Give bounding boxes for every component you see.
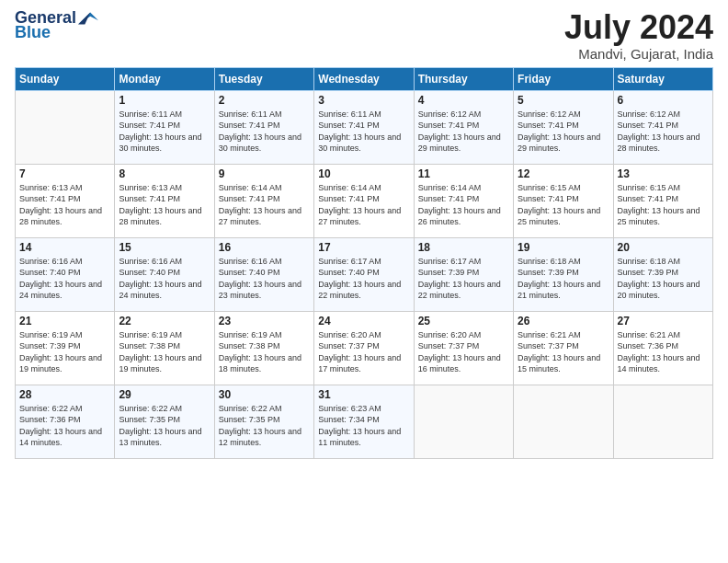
day-cell: 1Sunrise: 6:11 AMSunset: 7:41 PMDaylight… xyxy=(115,90,214,164)
cell-info: Sunrise: 6:20 AMSunset: 7:37 PMDaylight:… xyxy=(318,329,409,375)
day-number: 13 xyxy=(618,167,709,180)
day-cell: 31Sunrise: 6:23 AMSunset: 7:34 PMDayligh… xyxy=(314,385,414,458)
cell-info: Sunrise: 6:17 AMSunset: 7:39 PMDaylight:… xyxy=(418,256,509,302)
day-cell: 14Sunrise: 6:16 AMSunset: 7:40 PMDayligh… xyxy=(16,237,115,311)
day-cell: 6Sunrise: 6:12 AMSunset: 7:41 PMDaylight… xyxy=(613,90,712,164)
title-location: Mandvi, Gujarat, India xyxy=(564,46,713,62)
cell-info: Sunrise: 6:13 AMSunset: 7:41 PMDaylight:… xyxy=(19,182,110,228)
cell-info: Sunrise: 6:16 AMSunset: 7:40 PMDaylight:… xyxy=(19,256,110,302)
page: General Blue July 2024 Mandvi, Gujarat, … xyxy=(0,0,728,563)
day-cell: 3Sunrise: 6:11 AMSunset: 7:41 PMDaylight… xyxy=(314,90,414,164)
cell-info: Sunrise: 6:14 AMSunset: 7:41 PMDaylight:… xyxy=(418,182,509,228)
cell-info: Sunrise: 6:11 AMSunset: 7:41 PMDaylight:… xyxy=(219,109,310,155)
cell-info: Sunrise: 6:13 AMSunset: 7:41 PMDaylight:… xyxy=(119,182,210,228)
day-cell: 15Sunrise: 6:16 AMSunset: 7:40 PMDayligh… xyxy=(115,237,214,311)
day-number: 12 xyxy=(518,167,609,180)
cell-info: Sunrise: 6:21 AMSunset: 7:37 PMDaylight:… xyxy=(518,329,609,375)
day-number: 11 xyxy=(418,167,509,180)
day-number: 3 xyxy=(318,94,409,107)
cell-info: Sunrise: 6:17 AMSunset: 7:40 PMDaylight:… xyxy=(318,256,409,302)
day-number: 30 xyxy=(219,388,310,401)
cell-info: Sunrise: 6:22 AMSunset: 7:35 PMDaylight:… xyxy=(219,403,310,449)
week-row-0: 1Sunrise: 6:11 AMSunset: 7:41 PMDaylight… xyxy=(16,90,713,164)
cell-info: Sunrise: 6:11 AMSunset: 7:41 PMDaylight:… xyxy=(318,109,409,155)
day-number: 21 xyxy=(19,315,110,327)
cell-info: Sunrise: 6:18 AMSunset: 7:39 PMDaylight:… xyxy=(518,256,609,302)
day-cell: 5Sunrise: 6:12 AMSunset: 7:41 PMDaylight… xyxy=(514,90,613,164)
title-block: July 2024 Mandvi, Gujarat, India xyxy=(564,9,713,62)
day-cell: 28Sunrise: 6:22 AMSunset: 7:36 PMDayligh… xyxy=(16,385,115,458)
day-number: 18 xyxy=(418,241,509,254)
cell-info: Sunrise: 6:19 AMSunset: 7:38 PMDaylight:… xyxy=(119,329,210,375)
day-number: 7 xyxy=(19,167,110,180)
cell-info: Sunrise: 6:21 AMSunset: 7:36 PMDaylight:… xyxy=(618,329,709,375)
day-cell: 27Sunrise: 6:21 AMSunset: 7:36 PMDayligh… xyxy=(613,311,712,385)
day-cell xyxy=(414,385,513,458)
day-number: 16 xyxy=(219,241,310,254)
cell-info: Sunrise: 6:23 AMSunset: 7:34 PMDaylight:… xyxy=(318,403,409,449)
day-cell xyxy=(16,90,115,164)
day-cell: 19Sunrise: 6:18 AMSunset: 7:39 PMDayligh… xyxy=(514,237,613,311)
day-cell: 18Sunrise: 6:17 AMSunset: 7:39 PMDayligh… xyxy=(414,237,513,311)
logo: General Blue xyxy=(15,9,98,42)
week-row-3: 21Sunrise: 6:19 AMSunset: 7:39 PMDayligh… xyxy=(16,311,713,385)
day-number: 2 xyxy=(219,94,310,107)
header: General Blue July 2024 Mandvi, Gujarat, … xyxy=(15,9,713,62)
cell-info: Sunrise: 6:19 AMSunset: 7:38 PMDaylight:… xyxy=(219,329,310,375)
logo-icon xyxy=(78,12,98,25)
day-cell: 26Sunrise: 6:21 AMSunset: 7:37 PMDayligh… xyxy=(514,311,613,385)
day-cell: 7Sunrise: 6:13 AMSunset: 7:41 PMDaylight… xyxy=(16,164,115,237)
logo-blue: Blue xyxy=(15,24,51,42)
day-cell: 10Sunrise: 6:14 AMSunset: 7:41 PMDayligh… xyxy=(314,164,414,237)
day-cell: 30Sunrise: 6:22 AMSunset: 7:35 PMDayligh… xyxy=(214,385,313,458)
day-cell: 8Sunrise: 6:13 AMSunset: 7:41 PMDaylight… xyxy=(115,164,214,237)
day-cell: 20Sunrise: 6:18 AMSunset: 7:39 PMDayligh… xyxy=(613,237,712,311)
week-row-1: 7Sunrise: 6:13 AMSunset: 7:41 PMDaylight… xyxy=(16,164,713,237)
cell-info: Sunrise: 6:14 AMSunset: 7:41 PMDaylight:… xyxy=(219,182,310,228)
cell-info: Sunrise: 6:12 AMSunset: 7:41 PMDaylight:… xyxy=(618,109,709,155)
day-cell: 17Sunrise: 6:17 AMSunset: 7:40 PMDayligh… xyxy=(314,237,414,311)
header-saturday: Saturday xyxy=(613,67,712,90)
header-thursday: Thursday xyxy=(414,67,513,90)
header-tuesday: Tuesday xyxy=(214,67,313,90)
day-cell: 23Sunrise: 6:19 AMSunset: 7:38 PMDayligh… xyxy=(214,311,313,385)
title-month: July 2024 xyxy=(564,9,713,46)
cell-info: Sunrise: 6:22 AMSunset: 7:35 PMDaylight:… xyxy=(119,403,210,449)
cell-info: Sunrise: 6:18 AMSunset: 7:39 PMDaylight:… xyxy=(618,256,709,302)
header-monday: Monday xyxy=(115,67,214,90)
day-cell: 13Sunrise: 6:15 AMSunset: 7:41 PMDayligh… xyxy=(613,164,712,237)
header-wednesday: Wednesday xyxy=(314,67,414,90)
day-cell: 4Sunrise: 6:12 AMSunset: 7:41 PMDaylight… xyxy=(414,90,513,164)
day-cell: 9Sunrise: 6:14 AMSunset: 7:41 PMDaylight… xyxy=(214,164,313,237)
day-number: 14 xyxy=(19,241,110,254)
cell-info: Sunrise: 6:16 AMSunset: 7:40 PMDaylight:… xyxy=(219,256,310,302)
day-cell xyxy=(514,385,613,458)
svg-marker-1 xyxy=(78,12,90,24)
day-cell: 24Sunrise: 6:20 AMSunset: 7:37 PMDayligh… xyxy=(314,311,414,385)
day-number: 10 xyxy=(318,167,409,180)
week-row-2: 14Sunrise: 6:16 AMSunset: 7:40 PMDayligh… xyxy=(16,237,713,311)
header-friday: Friday xyxy=(514,67,613,90)
cell-info: Sunrise: 6:12 AMSunset: 7:41 PMDaylight:… xyxy=(518,109,609,155)
cell-info: Sunrise: 6:14 AMSunset: 7:41 PMDaylight:… xyxy=(318,182,409,228)
header-row: SundayMondayTuesdayWednesdayThursdayFrid… xyxy=(16,67,713,90)
day-number: 25 xyxy=(418,315,509,327)
calendar-table: SundayMondayTuesdayWednesdayThursdayFrid… xyxy=(15,67,713,459)
day-number: 27 xyxy=(618,315,709,327)
day-number: 1 xyxy=(119,94,210,107)
day-cell: 16Sunrise: 6:16 AMSunset: 7:40 PMDayligh… xyxy=(214,237,313,311)
cell-info: Sunrise: 6:12 AMSunset: 7:41 PMDaylight:… xyxy=(418,109,509,155)
day-cell: 2Sunrise: 6:11 AMSunset: 7:41 PMDaylight… xyxy=(214,90,313,164)
cell-info: Sunrise: 6:16 AMSunset: 7:40 PMDaylight:… xyxy=(119,256,210,302)
day-number: 5 xyxy=(518,94,609,107)
day-number: 17 xyxy=(318,241,409,254)
day-number: 20 xyxy=(618,241,709,254)
cell-info: Sunrise: 6:20 AMSunset: 7:37 PMDaylight:… xyxy=(418,329,509,375)
day-cell xyxy=(613,385,712,458)
day-number: 19 xyxy=(518,241,609,254)
day-number: 23 xyxy=(219,315,310,327)
day-cell: 25Sunrise: 6:20 AMSunset: 7:37 PMDayligh… xyxy=(414,311,513,385)
day-number: 26 xyxy=(518,315,609,327)
header-sunday: Sunday xyxy=(16,67,115,90)
day-number: 24 xyxy=(318,315,409,327)
